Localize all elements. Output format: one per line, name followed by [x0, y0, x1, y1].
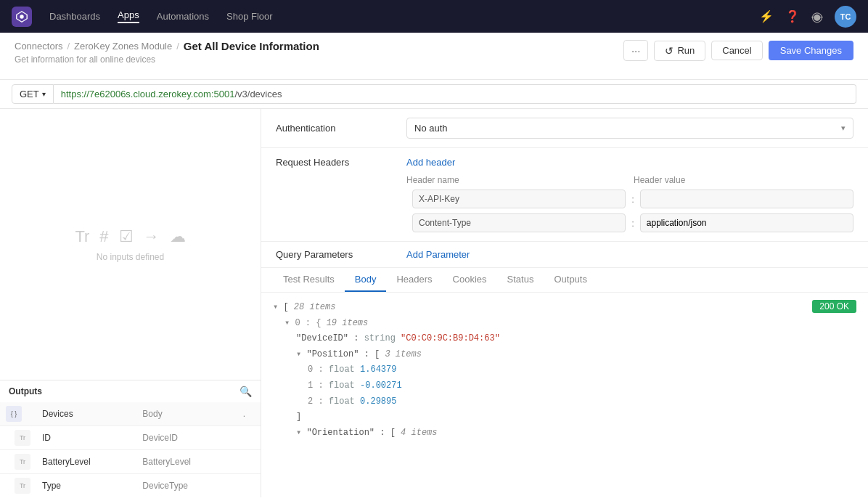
more-button[interactable]: ··· — [623, 40, 649, 61]
right-panel: Authentication No auth ▾ Request Headers… — [261, 109, 868, 497]
string-type-icon3: Tr — [15, 478, 30, 494]
arrow-icon: → — [144, 227, 160, 246]
collapse-arrow-orient[interactable]: ▾ — [296, 428, 301, 438]
json-line-deviceid: "DeviceID" : string "C0:C0:9C:B9:D4:63" — [273, 331, 856, 347]
signal-icon[interactable]: ⚡ — [759, 9, 774, 23]
page-title: Get All Device Information — [184, 40, 319, 52]
output-col2: DeviceID — [136, 426, 237, 450]
help-icon[interactable]: ❓ — [785, 9, 800, 23]
header-row-1: : — [276, 190, 853, 208]
search-icon[interactable]: 🔍 — [239, 386, 252, 397]
pos2-index: 2 — [308, 396, 313, 407]
output-col2: Body — [136, 402, 237, 426]
save-button[interactable]: Save Changes — [769, 41, 853, 60]
method-select[interactable]: GET ▾ — [12, 84, 54, 104]
header-name-input-1[interactable] — [412, 190, 626, 208]
header-actions: ··· ↺ Run Cancel Save Changes — [623, 40, 853, 61]
tabs-row: Test Results Body Headers Cookies Status… — [261, 268, 868, 293]
tab-body[interactable]: Body — [345, 268, 387, 292]
cancel-button[interactable]: Cancel — [711, 41, 762, 60]
breadcrumb-sep2: / — [176, 41, 179, 52]
nav-item-shopfloor[interactable]: Shop Floor — [226, 11, 273, 22]
tab-cookies[interactable]: Cookies — [443, 268, 497, 292]
hash-icon: # — [99, 227, 108, 246]
json-line-pos2: 2 : float 0.29895 — [273, 394, 856, 410]
breadcrumb-module[interactable]: ZeroKey Zones Module — [74, 41, 172, 52]
string-type-icon2: Tr — [15, 454, 30, 470]
test-results: Test Results Body Headers Cookies Status… — [261, 268, 868, 497]
tab-status[interactable]: Status — [497, 268, 544, 292]
breadcrumb-connectors[interactable]: Connectors — [15, 41, 62, 52]
deviceid-val: "C0:C0:9C:B9:D4:63" — [401, 333, 500, 343]
tab-outputs[interactable]: Outputs — [544, 268, 597, 292]
page-subtitle: Get information for all online devices — [15, 54, 319, 65]
output-col1: Type — [36, 474, 136, 498]
nav-item-apps[interactable]: Apps — [118, 9, 139, 23]
colon-pos0: : — [318, 364, 328, 375]
main-layout: Tr # ☑ → ☁ No inputs defined Outputs 🔍 {… — [0, 109, 868, 497]
json-line-pos1: 1 : float -0.00271 — [273, 378, 856, 394]
bracket-open: [ — [283, 302, 293, 312]
tab-test-results[interactable]: Test Results — [273, 268, 345, 292]
headers-label: Request Headers — [276, 157, 377, 168]
json-viewer[interactable]: 200 OK ▾ [ 28 items ▾ 0 : { 19 items "De… — [261, 293, 868, 497]
colon-sep: : — [353, 333, 364, 343]
run-button[interactable]: ↺ Run — [654, 41, 705, 61]
nav-item-automations[interactable]: Automations — [157, 11, 209, 22]
position-key: "Position" — [306, 349, 359, 359]
auth-label: Authentication — [276, 123, 377, 134]
output-col2: DeviceType — [136, 474, 237, 498]
outputs-label: Outputs — [9, 386, 42, 396]
no-inputs-area: Tr # ☑ → ☁ No inputs defined — [0, 109, 261, 380]
table-row: { } Devices Body . — [0, 402, 261, 426]
url-bar: GET ▾ https://7e62006s.cloud.zerokey.com… — [0, 80, 868, 109]
outputs-section: Outputs 🔍 { } Devices Body . Tr ID — [0, 380, 261, 497]
item0-count: 19 items — [327, 318, 369, 328]
add-header-link[interactable]: Add header — [406, 157, 455, 168]
tab-headers[interactable]: Headers — [386, 268, 442, 292]
query-params-section: Query Parameters Add Parameter — [261, 242, 868, 268]
no-inputs-icons: Tr # ☑ → ☁ — [75, 227, 185, 246]
no-inputs-text: No inputs defined — [97, 252, 164, 262]
colon-orient: : [ — [380, 428, 401, 438]
table-row: Tr BatteryLevel BatteryLevel — [0, 450, 261, 474]
top-nav: Dashboards Apps Automations Shop Floor ⚡… — [0, 0, 868, 33]
url-base: https://7e62006s.cloud.zerokey.com:5001 — [61, 89, 235, 99]
colon-sep-1: : — [631, 194, 634, 205]
pos0-type: float — [329, 364, 355, 375]
collapse-arrow-root[interactable]: ▾ — [273, 302, 278, 312]
nav-item-dashboards[interactable]: Dashboards — [49, 11, 100, 22]
header-value-input-2[interactable] — [640, 213, 853, 232]
outputs-header: Outputs 🔍 — [0, 380, 261, 402]
auth-select[interactable]: No auth ▾ — [406, 118, 853, 139]
bracket-close-pos: ] — [296, 412, 301, 422]
table-row: Tr Type DeviceType — [0, 474, 261, 498]
method-chevron-icon: ▾ — [42, 90, 46, 98]
json-line-pos0: 0 : float 1.64379 — [273, 362, 856, 378]
orientation-count: 4 items — [401, 428, 437, 438]
collapse-arrow-pos[interactable]: ▾ — [296, 349, 301, 359]
header-value-input-1[interactable] — [640, 190, 853, 208]
user-icon[interactable]: ◉ — [811, 9, 823, 25]
avatar[interactable]: TC — [835, 6, 856, 28]
json-line-root: ▾ [ 28 items — [273, 300, 856, 316]
position-count: 3 items — [385, 349, 421, 359]
url-path: /v3/devices — [234, 89, 282, 99]
add-parameter-link[interactable]: Add Parameter — [406, 249, 470, 260]
collapse-arrow-0[interactable]: ▾ — [284, 318, 290, 328]
deviceid-key: "DeviceID" — [296, 333, 348, 343]
object-type-icon: { } — [6, 406, 22, 422]
json-line-item0: ▾ 0 : { 19 items — [273, 316, 856, 332]
url-display[interactable]: https://7e62006s.cloud.zerokey.com:5001 … — [54, 84, 856, 104]
output-col1: Devices — [36, 402, 136, 426]
header-name-col-label: Header name — [406, 175, 626, 185]
request-headers-section: Request Headers Add header Header name H… — [261, 148, 868, 242]
pos1-index: 1 — [308, 380, 313, 391]
auth-section: Authentication No auth ▾ — [261, 109, 868, 148]
cloud-icon: ☁ — [170, 227, 186, 246]
colon-sep2: : [ — [364, 349, 385, 359]
left-panel: Tr # ☑ → ☁ No inputs defined Outputs 🔍 {… — [0, 109, 261, 497]
header-name-input-2[interactable] — [412, 213, 626, 232]
logo[interactable] — [12, 7, 32, 27]
header-value-col-label: Header value — [634, 175, 853, 185]
